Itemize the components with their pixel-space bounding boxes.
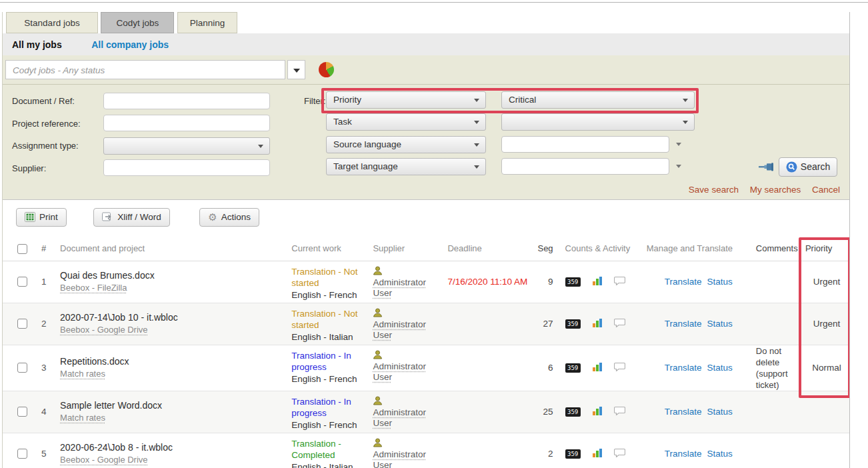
sub-tab-bar: All my jobs All company jobs [3,33,849,55]
target-language-combo[interactable] [501,158,681,175]
pie-chart-icon[interactable] [319,62,334,77]
filter-value-priority-select[interactable]: Critical [501,91,695,109]
table-toolbar: Print Xliff / Word ⚙Actions [3,200,849,237]
wordcount-badge[interactable]: 359 [565,277,581,287]
supplier-link[interactable]: Administrator User [373,449,427,468]
comment-bubble-icon[interactable] [614,448,625,459]
tab-all-company-jobs[interactable]: All company jobs [91,39,169,50]
saved-search-select[interactable]: Codyt jobs - Any status [5,60,285,79]
actions-button[interactable]: ⚙Actions [199,208,259,227]
assignment-type-select[interactable] [103,137,270,155]
project-link[interactable]: Beebox - FileZilla [60,283,127,293]
status-link[interactable]: Status [707,319,733,329]
segment-count: 9 [533,261,561,303]
status-link[interactable]: Status [707,407,733,417]
tab-codyt-jobs[interactable]: Codyt jobs [101,12,174,33]
supplier-input[interactable] [103,159,270,176]
filter-value-task-select[interactable] [501,113,695,131]
status-link[interactable]: Status [707,277,733,287]
select-all-checkbox[interactable] [17,244,27,254]
wordcount-badge[interactable]: 359 [565,319,581,329]
col-manage-translate: Manage and Translate [643,237,752,261]
activity-chart-icon[interactable] [592,405,603,418]
comment-bubble-icon[interactable] [614,406,625,417]
translate-link[interactable]: Translate [665,319,702,329]
translate-link[interactable]: Translate [665,363,702,373]
filter-category-priority-select[interactable]: Priority [326,91,486,109]
translate-link[interactable]: Translate [665,449,702,459]
cancel-link[interactable]: Cancel [812,185,840,195]
activity-chart-icon[interactable] [592,447,603,460]
wordcount-badge[interactable]: 359 [565,407,581,417]
row-checkbox[interactable] [17,363,27,373]
project-link[interactable]: Beebox - Google Drive [60,325,148,335]
xliff-word-button[interactable]: Xliff / Word [93,208,170,227]
wordcount-badge[interactable]: 359 [565,363,581,373]
supplier-link[interactable]: Administrator User [373,407,427,429]
project-reference-input[interactable] [103,115,270,131]
print-button[interactable]: Print [16,208,67,227]
work-status-link[interactable]: Translation - Not started [291,266,370,289]
supplier-link[interactable]: Administrator User [373,277,427,299]
search-links: Save search My searches Cancel [680,185,840,195]
source-language-arrow-icon[interactable] [676,143,681,146]
target-language-arrow-icon[interactable] [676,165,681,168]
work-status-link[interactable]: Translation - In progress [291,396,370,419]
person-icon [373,439,383,449]
col-counts-activity: Counts & Activity [561,237,643,261]
work-status-link[interactable]: Translation - Completed [291,438,370,461]
activity-chart-icon[interactable] [592,361,603,374]
work-status-link[interactable]: Translation - Not started [291,308,370,331]
project-link[interactable]: Match rates [60,413,105,423]
tab-planning[interactable]: Planning [177,12,237,33]
col-deadline: Deadline [445,237,533,261]
row-checkbox[interactable] [17,449,27,459]
person-icon [373,267,383,277]
deadline [445,433,533,468]
saved-search-dropdown-arrow[interactable] [287,60,305,79]
document-link[interactable]: 2020-06-24\Job 8 - it.wbloc [60,442,173,453]
pin-search-icon[interactable] [759,162,775,174]
print-button-label: Print [39,212,58,222]
language-pair: English - French [291,373,370,385]
project-link[interactable]: Beebox - Google Drive [60,455,148,465]
document-link[interactable]: Quai des Brumes.docx [60,270,155,281]
comment-bubble-icon[interactable] [614,362,625,373]
status-link[interactable]: Status [707,449,733,459]
comment-bubble-icon[interactable] [614,276,625,287]
saved-search-value: Codyt jobs - Any status [13,65,105,75]
translate-link[interactable]: Translate [665,407,702,417]
target-language-input[interactable] [501,158,669,175]
document-link[interactable]: Sample letter Word.docx [60,400,162,411]
search-button[interactable]: Search [779,157,837,177]
save-search-link[interactable]: Save search [689,185,739,195]
row-checkbox[interactable] [17,407,27,417]
source-language-combo[interactable] [501,136,681,153]
tab-all-my-jobs[interactable]: All my jobs [12,39,62,50]
activity-chart-icon[interactable] [592,317,603,330]
tab-standard-jobs[interactable]: Standard jobs [6,12,98,33]
supplier-link[interactable]: Administrator User [373,361,427,383]
activity-chart-icon[interactable] [592,275,603,288]
segment-count: 2 [533,433,561,468]
document-link[interactable]: Repetitions.docx [60,356,129,367]
filter-category-target-language-select[interactable]: Target language [326,158,486,175]
supplier-link[interactable]: Administrator User [373,319,427,341]
deadline [445,303,533,345]
document-link[interactable]: 2020-07-14\Job 10 - it.wbloc [60,312,178,323]
filter-category-task-select[interactable]: Task [326,113,486,131]
search-icon [786,161,797,179]
source-language-input[interactable] [501,136,669,153]
comment-bubble-icon[interactable] [614,318,625,329]
filter-category-source-language-select[interactable]: Source language [326,136,486,153]
my-searches-link[interactable]: My searches [750,185,801,195]
row-checkbox[interactable] [17,277,27,287]
work-status-link[interactable]: Translation - In progress [291,350,370,373]
status-link[interactable]: Status [707,363,733,373]
translate-link[interactable]: Translate [665,277,702,287]
project-link[interactable]: Match rates [60,369,105,379]
row-checkbox[interactable] [17,319,27,329]
wordcount-badge[interactable]: 359 [565,449,581,459]
document-ref-input[interactable] [103,93,270,109]
comment-text [752,433,801,468]
